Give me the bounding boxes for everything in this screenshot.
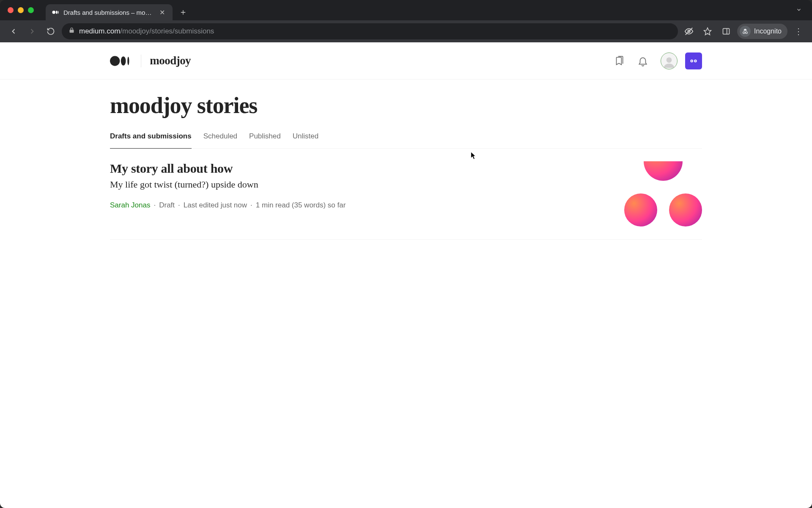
story-author[interactable]: Sarah Jonas [110, 201, 150, 210]
header-actions [613, 52, 702, 69]
svg-point-8 [743, 32, 745, 34]
svg-point-17 [691, 60, 692, 61]
svg-point-13 [127, 57, 129, 65]
eye-off-icon[interactable] [681, 24, 697, 39]
bookmark-star-icon[interactable] [700, 24, 715, 39]
story-length: 1 min read (35 words) so far [256, 201, 346, 210]
window-controls [8, 7, 34, 13]
tab-published[interactable]: Published [249, 132, 281, 148]
maximize-window-button[interactable] [28, 7, 34, 13]
svg-point-12 [121, 56, 126, 66]
tab-scheduled[interactable]: Scheduled [203, 132, 237, 148]
forward-button[interactable] [25, 24, 40, 39]
publication-avatar[interactable] [685, 52, 702, 69]
close-tab-button[interactable]: ✕ [158, 8, 167, 17]
browser-toolbar: medium.com/moodjoy/stories/submissions I… [0, 20, 812, 42]
site-header: moodjoy [0, 42, 812, 80]
header-divider [141, 55, 141, 67]
incognito-label: Incognito [754, 28, 782, 35]
page-viewport: moodjoy moodjoy stories [0, 42, 812, 508]
meta-separator: · [154, 201, 156, 210]
thumbnail-shape [644, 161, 683, 181]
meta-separator: · [178, 201, 180, 210]
story-status: Draft [159, 201, 175, 210]
lock-icon [69, 27, 75, 36]
address-bar[interactable]: medium.com/moodjoy/stories/submissions [62, 23, 678, 39]
notifications-icon[interactable] [637, 55, 649, 67]
medium-favicon-icon [52, 8, 59, 16]
reload-button[interactable] [43, 24, 58, 39]
thumbnail-shape [669, 193, 702, 226]
svg-point-14 [667, 57, 672, 63]
url-host: medium.com [79, 27, 120, 35]
new-tab-button[interactable]: ＋ [177, 6, 189, 18]
thumbnail-shape [624, 193, 657, 226]
story-edited: Last edited just now [184, 201, 247, 210]
story-title[interactable]: My story all about how [110, 161, 607, 176]
side-panel-icon[interactable] [719, 24, 734, 39]
svg-point-9 [746, 32, 748, 34]
page-title: moodjoy stories [110, 92, 702, 119]
url-path: /moodjoy/stories/submissions [120, 27, 214, 35]
browser-menu-button[interactable]: ⋮ [791, 25, 806, 38]
svg-point-11 [110, 56, 120, 66]
svg-point-18 [695, 60, 696, 61]
tabs-overflow-button[interactable] [793, 4, 804, 17]
close-window-button[interactable] [8, 7, 14, 13]
minimize-window-button[interactable] [18, 7, 24, 13]
publication-name[interactable]: moodjoy [150, 54, 191, 67]
tab-drafts-submissions[interactable]: Drafts and submissions [110, 132, 192, 149]
meta-separator: · [250, 201, 252, 210]
tab-unlisted[interactable]: Unlisted [293, 132, 318, 148]
story-row[interactable]: My story all about how My life got twist… [110, 149, 702, 240]
url-text: medium.com/moodjoy/stories/submissions [79, 27, 214, 36]
back-button[interactable] [6, 24, 21, 39]
story-thumbnail [624, 161, 702, 226]
svg-point-0 [52, 11, 56, 14]
incognito-icon [740, 26, 751, 37]
svg-rect-6 [723, 28, 730, 34]
medium-logo-icon[interactable] [110, 55, 132, 67]
tab-title: Drafts and submissions – moo… [63, 9, 154, 16]
story-tabs: Drafts and submissions Scheduled Publish… [110, 132, 702, 149]
incognito-indicator[interactable]: Incognito [737, 24, 787, 39]
browser-chrome: Drafts and submissions – moo… ✕ ＋ medium… [0, 0, 812, 42]
bookmarks-icon[interactable] [613, 55, 625, 67]
browser-titlebar: Drafts and submissions – moo… ✕ ＋ [0, 0, 812, 20]
page-body: moodjoy stories Drafts and submissions S… [0, 80, 812, 252]
browser-tab[interactable]: Drafts and submissions – moo… ✕ [46, 4, 173, 20]
story-text-block: My story all about how My life got twist… [110, 161, 607, 210]
svg-marker-5 [704, 28, 711, 35]
story-subtitle: My life got twist (turned?) upside down [110, 179, 607, 190]
story-meta: Sarah Jonas · Draft · Last edited just n… [110, 201, 607, 210]
svg-point-1 [56, 11, 58, 14]
svg-point-2 [58, 11, 59, 14]
user-avatar[interactable] [661, 52, 678, 69]
